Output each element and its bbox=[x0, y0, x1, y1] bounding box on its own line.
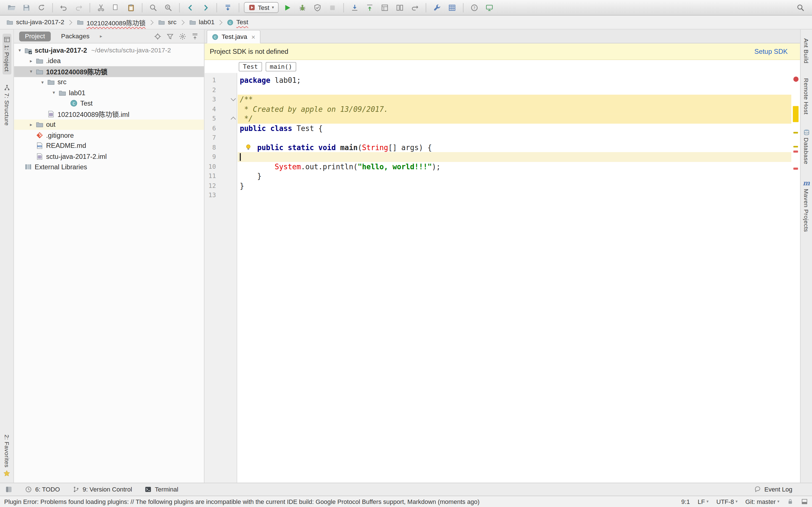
disclosure-icon[interactable]: ▾ bbox=[38, 79, 47, 84]
tree-item[interactable]: .gitignore bbox=[14, 130, 204, 140]
vcs-compare-button[interactable] bbox=[394, 1, 406, 14]
fold-icon[interactable] bbox=[231, 117, 236, 122]
sync-button[interactable] bbox=[35, 1, 48, 14]
disclosure-icon[interactable]: ▾ bbox=[49, 90, 58, 95]
tree-item[interactable]: ▾src bbox=[14, 77, 204, 88]
breadcrumb-project[interactable]: sctu-java-2017-2 bbox=[5, 18, 65, 26]
copy-button[interactable] bbox=[110, 1, 122, 14]
lock-icon[interactable] bbox=[787, 498, 794, 505]
code-line[interactable]: 5 */ bbox=[205, 114, 800, 123]
toolwindow-button-maven[interactable]: m Maven Projects bbox=[802, 176, 811, 235]
code-line[interactable]: 6public class Test { bbox=[205, 123, 800, 133]
breadcrumb-class-chip[interactable]: Test bbox=[239, 62, 262, 71]
data-grid-button[interactable] bbox=[446, 1, 458, 14]
tree-item[interactable]: sctu-java-2017-2.iml bbox=[14, 151, 204, 162]
gear-icon[interactable] bbox=[179, 33, 187, 40]
disclosure-icon[interactable]: ▾ bbox=[27, 69, 36, 74]
toolwindow-button-remote-host[interactable]: Remote Host bbox=[802, 75, 810, 117]
toolwindow-switcher-icon[interactable] bbox=[5, 486, 12, 493]
code-line[interactable]: 8 public static void main(String[] args)… bbox=[205, 143, 800, 152]
disclosure-icon[interactable]: ▸ bbox=[27, 58, 36, 63]
search-everywhere-icon[interactable] bbox=[795, 1, 807, 14]
error-stripe-mark[interactable] bbox=[793, 106, 799, 122]
cut-button[interactable] bbox=[95, 1, 107, 14]
tree-item[interactable]: External Libraries bbox=[14, 162, 204, 172]
open-button[interactable] bbox=[5, 1, 17, 14]
error-indicator-icon[interactable] bbox=[794, 76, 799, 82]
tree-item[interactable]: ▾lab01 bbox=[14, 87, 204, 98]
fold-icon[interactable] bbox=[231, 96, 236, 101]
code-line[interactable]: 1package lab01; bbox=[205, 75, 800, 85]
tab-test-java[interactable]: c Test.java × bbox=[207, 30, 260, 44]
setup-sdk-link[interactable]: Setup SDK bbox=[755, 48, 788, 55]
toolwindow-button-terminal[interactable]: Terminal bbox=[144, 486, 178, 493]
toolwindow-button-database[interactable]: Database bbox=[802, 126, 811, 167]
event-log-button[interactable]: Event Log bbox=[754, 486, 792, 493]
vcs-changes-button[interactable] bbox=[378, 1, 391, 14]
locate-icon[interactable] bbox=[154, 33, 162, 40]
forward-button[interactable] bbox=[199, 1, 212, 14]
hide-windows-icon[interactable] bbox=[801, 498, 808, 505]
code-line[interactable]: 10 System.out.println("hello, world!!!")… bbox=[205, 162, 800, 171]
run-button[interactable] bbox=[281, 1, 294, 14]
tree-item[interactable]: MDREADME.md bbox=[14, 140, 204, 151]
tree-item[interactable]: cTest bbox=[14, 98, 204, 109]
debug-button[interactable] bbox=[296, 1, 309, 14]
redo-button[interactable] bbox=[72, 1, 85, 14]
undo-button[interactable] bbox=[57, 1, 70, 14]
code-line[interactable]: 12} bbox=[205, 181, 800, 190]
toolwindow-button-favorites[interactable]: 2: Favorites bbox=[2, 432, 11, 480]
code-line[interactable]: 3/** bbox=[205, 95, 800, 104]
close-icon[interactable]: × bbox=[251, 33, 255, 41]
toolwindow-button-ant-build[interactable]: Ant Build bbox=[802, 36, 810, 66]
rollback-button[interactable] bbox=[409, 1, 421, 14]
tree-item[interactable]: ▸.idea bbox=[14, 55, 204, 66]
code-line[interactable]: 2 bbox=[205, 85, 800, 95]
filter-icon[interactable] bbox=[166, 33, 174, 40]
breadcrumb-class[interactable]: cTest bbox=[226, 18, 249, 26]
tree-item[interactable]: ▾sctu-java-2017-2~/dev/sctu/sctu-java-20… bbox=[14, 45, 204, 56]
tab-packages[interactable]: Packages bbox=[55, 31, 95, 41]
toolwindow-button-structure[interactable]: 7: Structure bbox=[2, 81, 11, 128]
vcs-commit-button[interactable] bbox=[363, 1, 376, 14]
tabs-overflow-icon[interactable]: ▸ bbox=[100, 34, 102, 39]
breadcrumb-method-chip[interactable]: main() bbox=[266, 62, 296, 71]
breadcrumb-src[interactable]: src bbox=[157, 18, 177, 26]
code-editor[interactable]: 1package lab01;23/**4 * Created by apple… bbox=[205, 73, 800, 483]
tree-item[interactable]: ▾10210240089陈功锁 bbox=[14, 66, 204, 77]
tools-wrench-button[interactable] bbox=[431, 1, 443, 14]
tab-project[interactable]: Project bbox=[19, 31, 51, 41]
toolwindow-button-project[interactable]: 1: Project bbox=[2, 34, 11, 74]
paste-button[interactable] bbox=[125, 1, 137, 14]
code-line[interactable]: 9 bbox=[205, 152, 800, 162]
intention-bulb-icon[interactable] bbox=[245, 144, 252, 151]
error-stripe-mark[interactable] bbox=[794, 132, 798, 133]
code-line[interactable]: 11 } bbox=[205, 171, 800, 181]
compile-button[interactable] bbox=[221, 1, 234, 14]
error-stripe-mark[interactable] bbox=[794, 146, 798, 148]
tree-item[interactable]: 10210240089陈功锁.iml bbox=[14, 109, 204, 119]
error-stripe-mark[interactable] bbox=[794, 168, 798, 170]
breadcrumb-package[interactable]: lab01 bbox=[188, 18, 215, 26]
back-button[interactable] bbox=[185, 1, 197, 14]
vcs-branch-selector[interactable]: Git: master▾ bbox=[746, 498, 779, 505]
collapse-all-icon[interactable] bbox=[191, 33, 199, 40]
code-line[interactable]: 7 bbox=[205, 133, 800, 143]
toolwindow-button-version-control[interactable]: 9: Version Control bbox=[72, 486, 132, 493]
help-button[interactable]: ? bbox=[468, 1, 480, 14]
replace-button[interactable] bbox=[162, 1, 174, 14]
breadcrumb-module[interactable]: 10210240089陈功锁 bbox=[75, 17, 147, 27]
tree-item[interactable]: ▸out bbox=[14, 119, 204, 130]
code-line[interactable]: 4 * Created by apple on 13/09/2017. bbox=[205, 104, 800, 114]
code-line[interactable]: 13 bbox=[205, 190, 800, 200]
save-button[interactable] bbox=[20, 1, 33, 14]
find-button[interactable] bbox=[147, 1, 160, 14]
disclosure-icon[interactable]: ▸ bbox=[27, 122, 36, 127]
screen-share-button[interactable] bbox=[483, 1, 496, 14]
encoding-selector[interactable]: UTF-8▾ bbox=[716, 498, 738, 505]
vcs-update-button[interactable] bbox=[349, 1, 361, 14]
caret-position[interactable]: 9:1 bbox=[681, 498, 690, 505]
disclosure-icon[interactable]: ▾ bbox=[15, 48, 24, 53]
run-config-selector[interactable]: Test ▾ bbox=[244, 2, 278, 13]
toolwindow-button-todo[interactable]: 6: TODO bbox=[25, 486, 60, 493]
